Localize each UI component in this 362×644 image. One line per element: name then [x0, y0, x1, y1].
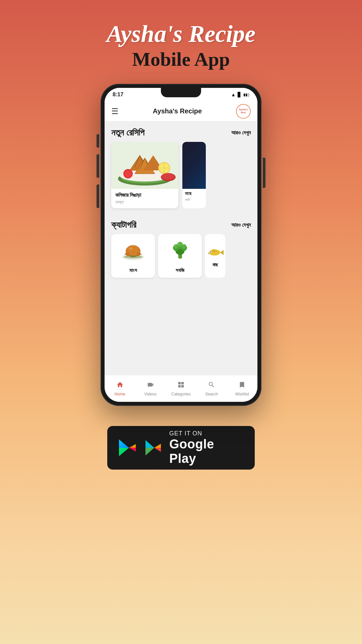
- partial-card-image: [182, 142, 206, 189]
- nav-videos[interactable]: Videos: [135, 381, 166, 396]
- svg-point-43: [174, 245, 176, 247]
- svg-point-42: [181, 244, 183, 246]
- play-arrow-container: [144, 439, 163, 457]
- new-recipes-see-more[interactable]: আরও দেখুন: [231, 130, 251, 136]
- nav-categories-label: Categories: [171, 392, 191, 396]
- svg-marker-56: [145, 448, 154, 455]
- wishlist-icon: [238, 381, 246, 390]
- svg-point-41: [177, 243, 180, 245]
- wifi-icon: ▲: [231, 92, 236, 97]
- page-header: Aysha's Recipe Mobile App: [107, 20, 256, 70]
- fish-category-name: মাছ: [213, 262, 218, 268]
- phone-screen: 8:17 ▲ ▊ ▮▮▯ ☰ Aysha's Recipe Aysha'sRec…: [105, 88, 257, 402]
- status-icons: ▲ ▊ ▮▮▯: [231, 92, 249, 97]
- volume-button-down: [97, 184, 99, 208]
- phone-mockup: 8:17 ▲ ▊ ▮▮▯ ☰ Aysha's Recipe Aysha'sRec…: [101, 84, 261, 406]
- broccoli-svg: [169, 238, 191, 260]
- recipe-card-info-samosa: কলিজার সিঙাড়া নাস্তা: [111, 189, 178, 208]
- play-store-icon: [117, 438, 137, 458]
- partial-card-info: মাছে ভর্তা: [182, 189, 206, 204]
- status-time: 8:17: [113, 92, 123, 98]
- nav-categories[interactable]: Categories: [166, 381, 196, 396]
- power-button: [263, 158, 265, 188]
- nav-home-label: Home: [115, 392, 125, 396]
- app-name-title: Aysha's Recipe: [107, 20, 256, 48]
- svg-point-32: [124, 255, 142, 259]
- new-recipes-title: নতুন রেসিপি: [111, 127, 144, 138]
- phone-notch: [161, 88, 201, 97]
- fish-partial-content: মাছ: [207, 244, 224, 268]
- app-bar-title: Aysha's Recipe: [153, 107, 202, 115]
- recipe-scroll: কলিজার সিঙাড়া নাস্তা মাছে ভর্তা: [105, 142, 257, 214]
- app-subtitle: Mobile App: [107, 48, 256, 70]
- home-icon: [116, 381, 124, 390]
- categories-see-more[interactable]: আরও দেখুন: [231, 222, 251, 228]
- battery-icon: ▮▮▯: [243, 93, 249, 97]
- recipe-name-samosa: কলিজার সিঙাড়া: [115, 192, 174, 198]
- recipe-category-samosa: নাস্তা: [115, 200, 174, 205]
- categories-icon: [177, 381, 185, 390]
- nav-search-label: Search: [205, 392, 218, 396]
- samosa-svg: [111, 142, 178, 189]
- samosa-image: [111, 142, 178, 189]
- hamburger-menu-icon[interactable]: ☰: [111, 107, 119, 116]
- nav-videos-label: Videos: [144, 392, 157, 396]
- partial-recipe-name: মাছে: [185, 191, 203, 196]
- videos-icon: [147, 381, 154, 390]
- svg-marker-45: [220, 250, 224, 255]
- recipe-card-partial[interactable]: মাছে ভর্তা: [182, 142, 206, 208]
- bottom-nav: Home Videos Categories: [105, 375, 257, 402]
- svg-point-18: [124, 170, 132, 177]
- nav-wishlist-label: Wishlist: [235, 392, 249, 396]
- app-logo[interactable]: Aysha'sReci: [236, 104, 251, 119]
- google-play-badge[interactable]: GET IT ON Google Play: [107, 426, 255, 470]
- new-recipes-section: নতুন রেসিপি আরও দেখুন: [105, 121, 257, 214]
- nav-wishlist[interactable]: Wishlist: [227, 381, 257, 396]
- category-name-meat: মাংস: [129, 267, 137, 273]
- categories-section: ক্যাটাগরি আরও দেখুন: [105, 214, 257, 283]
- colored-play-arrow: [144, 439, 163, 457]
- category-card-fish-partial[interactable]: মাছ: [205, 234, 225, 278]
- svg-marker-57: [154, 444, 161, 448]
- get-it-on-text: GET IT ON: [169, 430, 245, 437]
- meat-icon: [121, 238, 145, 264]
- content-area: নতুন রেসিপি আরও দেখুন: [105, 121, 257, 375]
- search-icon: [208, 381, 215, 390]
- app-bar: ☰ Aysha's Recipe Aysha'sReci: [105, 101, 257, 121]
- signal-icon: ▊: [238, 92, 241, 97]
- svg-point-20: [162, 173, 175, 180]
- play-store-text: GET IT ON Google Play: [169, 430, 245, 466]
- volume-button-top: [97, 134, 99, 148]
- category-card-vegetables[interactable]: সবজি: [158, 234, 202, 278]
- google-play-text: Google Play: [169, 437, 245, 466]
- svg-point-31: [129, 247, 133, 250]
- new-recipes-header: নতুন রেসিপি আরও দেখুন: [105, 121, 257, 142]
- chicken-svg: [121, 238, 145, 260]
- volume-button-up: [97, 154, 99, 178]
- categories-header: ক্যাটাগরি আরও দেখুন: [105, 214, 257, 234]
- recipe-card-samosa[interactable]: কলিজার সিঙাড়া নাস্তা: [111, 142, 178, 208]
- nav-home[interactable]: Home: [105, 381, 135, 396]
- partial-recipe-category: ভর্তা: [185, 198, 203, 202]
- fish-svg: [207, 244, 224, 259]
- svg-point-48: [210, 252, 211, 253]
- categories-title: ক্যাটাগরি: [111, 220, 136, 230]
- category-scroll: মাংস: [105, 234, 257, 283]
- logo-text: Aysha'sReci: [239, 108, 248, 114]
- svg-marker-55: [145, 440, 154, 448]
- nav-search[interactable]: Search: [196, 381, 227, 396]
- category-name-vegetables: সবজি: [176, 267, 184, 273]
- svg-marker-58: [154, 448, 161, 452]
- category-card-meat[interactable]: মাংস: [111, 234, 155, 278]
- vegetable-icon: [169, 238, 191, 264]
